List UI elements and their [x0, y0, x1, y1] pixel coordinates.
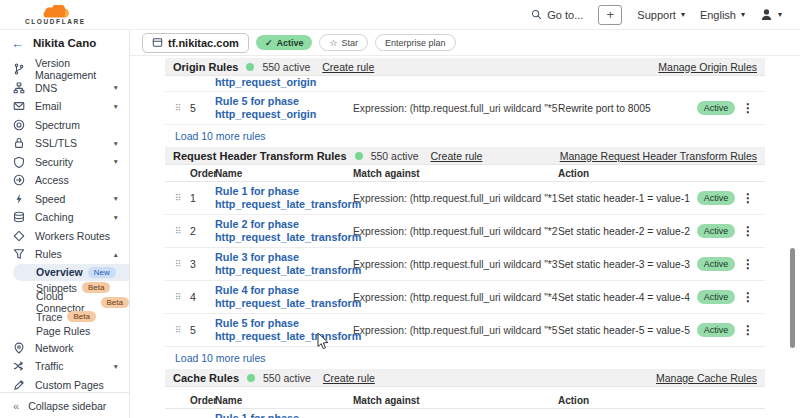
status-badge: Active — [697, 191, 735, 205]
collapse-sidebar-button[interactable]: « Collapse sidebar — [0, 392, 129, 418]
sidebar-item-caching[interactable]: Caching ▼ — [0, 208, 129, 227]
chevron-up-icon: ▲ — [113, 251, 119, 258]
rule-action: Set static header-1 = value-1 — [558, 193, 697, 204]
kebab-menu-icon[interactable]: ⋮ — [742, 257, 754, 271]
sidebar-item-rules-cloud-connector[interactable]: Cloud Connector Beta — [0, 295, 129, 310]
zone-status-badge: ✓ Active — [256, 35, 313, 50]
table-column-headers: Order Name Match against Action — [165, 392, 765, 409]
sidebar-item-rules-page-rules[interactable]: Page Rules — [0, 324, 129, 339]
table-row: ⠿ 3 Rule 3 for phase http_request_late_t… — [165, 248, 765, 281]
load-more-rules-link[interactable]: Load 10 more rules — [165, 125, 765, 147]
sidebar-item-dns[interactable]: DNS ▼ — [0, 79, 129, 98]
sidebar-item-version-management[interactable]: Version Management — [0, 60, 129, 79]
vertical-scrollbar[interactable] — [790, 248, 795, 348]
topbar-actions: Go to... + Support ▾ English ▾ ▾ — [531, 5, 782, 25]
manage-origin-rules-link[interactable]: Manage Origin Rules — [658, 61, 757, 73]
kebab-menu-icon[interactable]: ⋮ — [742, 224, 754, 238]
manage-header-transform-rules-link[interactable]: Manage Request Header Transform Rules — [560, 150, 757, 162]
status-badge: Active — [697, 323, 735, 337]
drag-handle-icon[interactable]: ⠿ — [175, 325, 190, 335]
sidebar-item-rules-overview[interactable]: Overview New — [13, 264, 129, 281]
account-header[interactable]: ← Nikita Cano — [0, 30, 129, 56]
active-count: 550 active — [262, 61, 310, 73]
rule-name-link[interactable]: Rule 4 for phase http_request_late_trans… — [215, 284, 353, 310]
manage-cache-rules-link[interactable]: Manage Cache Rules — [656, 372, 757, 384]
sidebar-item-email[interactable]: Email ▼ — [0, 97, 129, 116]
chevron-down-icon: ▼ — [113, 140, 119, 147]
dns-icon — [13, 82, 26, 94]
drag-handle-icon[interactable]: ⠿ — [175, 292, 190, 302]
rule-name-link[interactable]: Rule 5 for phase http_request_late_trans… — [215, 317, 353, 343]
section-title: Cache Rules — [173, 372, 239, 384]
support-label: Support — [637, 9, 676, 21]
chevron-down-icon: ▾ — [681, 10, 685, 19]
chevron-down-icon: ▾ — [778, 10, 782, 19]
rule-name-link[interactable]: Rule 1 for phase http_request_cache_sett… — [215, 412, 353, 418]
star-button[interactable]: ☆ Star — [319, 34, 368, 51]
app-body: ← Nikita Cano Version Management DNS ▼ E… — [0, 30, 800, 418]
drag-handle-icon[interactable]: ⠿ — [175, 259, 190, 269]
drag-handle-icon[interactable]: ⠿ — [175, 193, 190, 203]
site-icon — [152, 37, 163, 48]
column-name: Name — [215, 168, 353, 179]
kebab-menu-icon[interactable]: ⋮ — [742, 323, 754, 337]
rule-name-link[interactable]: Rule 2 for phase http_request_late_trans… — [215, 218, 353, 244]
language-menu[interactable]: English ▾ — [700, 9, 745, 21]
chevron-down-icon: ▼ — [113, 103, 119, 110]
rule-name-link[interactable]: Rule 1 for phase http_request_late_trans… — [215, 185, 353, 211]
support-menu[interactable]: Support ▾ — [637, 9, 685, 21]
table-row: ⠿ 2 Rule 2 for phase http_request_late_t… — [165, 215, 765, 248]
sidebar-item-network[interactable]: Network — [0, 339, 129, 358]
sidebar-item-custom-pages[interactable]: Custom Pages — [0, 376, 129, 393]
sidebar-item-access[interactable]: Access — [0, 171, 129, 190]
collapse-sidebar-label: Collapse sidebar — [28, 400, 106, 412]
column-order: Order — [190, 395, 215, 406]
access-icon — [13, 174, 26, 186]
chevron-down-icon: ▼ — [113, 84, 119, 91]
sidebar-item-spectrum[interactable]: Spectrum — [0, 116, 129, 135]
rule-name-link[interactable]: http_request_origin — [215, 76, 353, 88]
column-order: Order — [190, 168, 215, 179]
kebab-menu-icon[interactable]: ⋮ — [742, 191, 754, 205]
chevron-down-icon: ▼ — [113, 195, 119, 202]
sidebar-item-label: Network — [35, 342, 74, 354]
goto-label: Go to... — [547, 9, 583, 21]
drag-handle-icon[interactable]: ⠿ — [175, 226, 190, 236]
sidebar-item-label: Version Management — [35, 57, 119, 81]
back-arrow-icon[interactable]: ← — [11, 36, 24, 51]
create-rule-link[interactable]: Create rule — [431, 150, 483, 162]
kebab-menu-icon[interactable]: ⋮ — [742, 101, 754, 115]
column-match: Match against — [353, 168, 558, 179]
chevron-down-icon: ▼ — [113, 214, 119, 221]
zone-selector[interactable]: tf.nikitac.com — [142, 33, 249, 53]
drag-handle-icon[interactable]: ⠿ — [175, 103, 190, 113]
rule-match: Expression: (http.request.full_uri wildc… — [353, 193, 558, 204]
sidebar: ← Nikita Cano Version Management DNS ▼ E… — [0, 30, 130, 418]
cloudflare-logo-text: CLOUDFLARE — [25, 19, 86, 26]
rule-name-link[interactable]: Rule 5 for phase http_request_origin — [215, 95, 353, 121]
goto-search[interactable]: Go to... — [531, 9, 583, 21]
search-icon — [531, 9, 542, 20]
beta-badge: Beta — [101, 297, 129, 308]
sidebar-item-label: Speed — [35, 193, 65, 205]
sidebar-item-traffic[interactable]: Traffic ▼ — [0, 357, 129, 376]
user-menu[interactable]: ▾ — [760, 8, 782, 21]
sidebar-item-speed[interactable]: Speed ▼ — [0, 190, 129, 209]
sidebar-item-workers-routes[interactable]: Workers Routes — [0, 227, 129, 246]
kebab-menu-icon[interactable]: ⋮ — [742, 290, 754, 304]
column-action: Action — [558, 168, 697, 179]
cloudflare-logo[interactable]: CLOUDFLARE — [25, 5, 86, 26]
rule-name-link[interactable]: Rule 3 for phase http_request_late_trans… — [215, 251, 353, 277]
create-rule-link[interactable]: Create rule — [322, 61, 374, 73]
table-row: ⠿ 1 Rule 1 for phase http_request_cache_… — [165, 409, 765, 418]
sidebar-item-label: Traffic — [35, 360, 64, 372]
load-more-rules-link[interactable]: Load 10 more rules — [165, 347, 765, 369]
sidebar-item-security[interactable]: Security ▼ — [0, 153, 129, 172]
sidebar-item-ssl-tls[interactable]: SSL/TLS ▼ — [0, 134, 129, 153]
create-rule-link[interactable]: Create rule — [323, 372, 375, 384]
rule-order: 1 — [190, 192, 215, 204]
sidebar-item-rules[interactable]: Rules ▲ — [0, 245, 129, 264]
top-bar: CLOUDFLARE Go to... + Support ▾ English … — [0, 0, 800, 30]
main-panel: tf.nikitac.com ✓ Active ☆ Star Enterpris… — [130, 30, 800, 418]
add-button[interactable]: + — [598, 5, 622, 25]
